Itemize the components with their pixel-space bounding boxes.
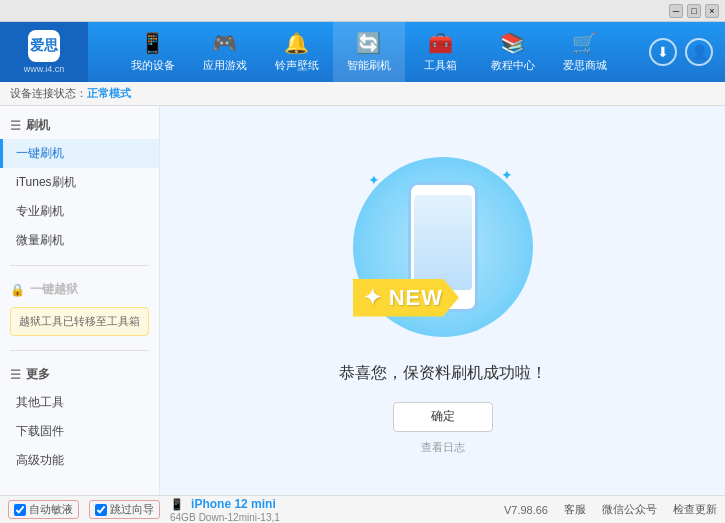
download-button[interactable]: ⬇ bbox=[649, 38, 677, 66]
sidebar: ☰ 刷机 一键刷机 iTunes刷机 专业刷机 微量刷机 🔒 一键越狱 bbox=[0, 106, 160, 495]
sidebar-jailbreak-section: 🔒 一键越狱 越狱工具已转移至工具箱 bbox=[0, 270, 159, 346]
bottom-checkboxes: 自动敏液 跳过向导 bbox=[8, 500, 160, 519]
sidebar-item-download-firmware[interactable]: 下载固件 bbox=[0, 417, 159, 446]
skip-wizard-input[interactable] bbox=[95, 504, 107, 516]
phone-screen bbox=[414, 195, 472, 290]
nav-toolbox-label: 工具箱 bbox=[424, 58, 457, 73]
nav-shop[interactable]: 🛒 爱思商城 bbox=[549, 22, 621, 82]
shop-icon: 🛒 bbox=[572, 31, 597, 55]
close-button[interactable]: × bbox=[705, 4, 719, 18]
bottom-right: V7.98.66 客服 微信公众号 检查更新 bbox=[504, 502, 717, 517]
jailbreak-notice: 越狱工具已转移至工具箱 bbox=[10, 307, 149, 336]
success-message: 恭喜您，保资料刷机成功啦！ bbox=[339, 363, 547, 384]
sparkle-topleft: ✦ bbox=[368, 172, 380, 188]
nav-right-buttons: ⬇ 👤 bbox=[649, 38, 725, 66]
more-section-header: ☰ 更多 bbox=[0, 361, 159, 388]
title-bar: ─ □ × bbox=[0, 0, 725, 22]
nav-ringtones[interactable]: 🔔 铃声壁纸 bbox=[261, 22, 333, 82]
sidebar-item-other-tools[interactable]: 其他工具 bbox=[0, 388, 159, 417]
nav-my-device[interactable]: 📱 我的设备 bbox=[117, 22, 189, 82]
device-system-text: Down-12mini-13,1 bbox=[199, 512, 280, 523]
main-nav: 📱 我的设备 🎮 应用游戏 🔔 铃声壁纸 🔄 智能刷机 🧰 工具箱 📚 教程中心… bbox=[88, 22, 649, 82]
sidebar-item-itunes-flash[interactable]: iTunes刷机 bbox=[0, 168, 159, 197]
window-controls[interactable]: ─ □ × bbox=[669, 4, 719, 18]
logo-symbol: 爱思 bbox=[30, 37, 58, 55]
sidebar-item-pro-flash[interactable]: 专业刷机 bbox=[0, 197, 159, 226]
header: 爱思 www.i4.cn 📱 我的设备 🎮 应用游戏 🔔 铃声壁纸 🔄 智能刷机… bbox=[0, 22, 725, 82]
toolbox-icon: 🧰 bbox=[428, 31, 453, 55]
sidebar-item-advanced[interactable]: 高级功能 bbox=[0, 446, 159, 475]
one-click-flash-label: 一键刷机 bbox=[16, 146, 64, 160]
bottom-bar: 自动敏液 跳过向导 📱 iPhone 12 mini 64GB Down-12m… bbox=[0, 495, 725, 523]
advanced-label: 高级功能 bbox=[16, 453, 64, 467]
skip-wizard-label: 跳过向导 bbox=[110, 502, 154, 517]
skip-wizard-checkbox[interactable]: 跳过向导 bbox=[89, 500, 160, 519]
jailbreak-lock-icon: 🔒 bbox=[10, 283, 25, 297]
device-name: iPhone 12 mini bbox=[191, 497, 276, 511]
other-tools-label: 其他工具 bbox=[16, 395, 64, 409]
minimize-button[interactable]: ─ bbox=[669, 4, 683, 18]
download-firmware-label: 下载固件 bbox=[16, 424, 64, 438]
device-icon: 📱 bbox=[170, 498, 184, 510]
nav-apps-games-label: 应用游戏 bbox=[203, 58, 247, 73]
sparkle-topright: ✦ bbox=[501, 167, 513, 183]
main-area: ☰ 刷机 一键刷机 iTunes刷机 专业刷机 微量刷机 🔒 一键越狱 bbox=[0, 106, 725, 495]
nav-toolbox[interactable]: 🧰 工具箱 bbox=[405, 22, 477, 82]
nav-apps-games[interactable]: 🎮 应用游戏 bbox=[189, 22, 261, 82]
sidebar-item-data-flash[interactable]: 微量刷机 bbox=[0, 226, 159, 255]
nav-tutorial-label: 教程中心 bbox=[491, 58, 535, 73]
pro-flash-label: 专业刷机 bbox=[16, 204, 64, 218]
tutorial-icon: 📚 bbox=[500, 31, 525, 55]
sidebar-item-one-click-flash[interactable]: 一键刷机 bbox=[0, 139, 159, 168]
sidebar-more-section: ☰ 更多 其他工具 下载固件 高级功能 bbox=[0, 355, 159, 481]
apps-games-icon: 🎮 bbox=[212, 31, 237, 55]
check-update-link[interactable]: 检查更新 bbox=[673, 502, 717, 517]
maximize-button[interactable]: □ bbox=[687, 4, 701, 18]
show-today-link[interactable]: 查看日志 bbox=[421, 440, 465, 455]
more-section-title: 更多 bbox=[26, 366, 50, 383]
auto-complete-checkbox[interactable]: 自动敏液 bbox=[8, 500, 79, 519]
device-info: 📱 iPhone 12 mini 64GB Down-12mini-13,1 bbox=[170, 497, 280, 523]
flash-section-title: 刷机 bbox=[26, 117, 50, 134]
content-area: ✦ ✦ ✦ NEW 恭喜您，保资料刷机成功啦！ 确定 查看日志 bbox=[160, 106, 725, 495]
confirm-btn-label: 确定 bbox=[431, 408, 455, 425]
status-label: 设备连接状态： bbox=[10, 86, 87, 101]
sidebar-divider-1 bbox=[10, 265, 149, 266]
nav-smart-flash[interactable]: 🔄 智能刷机 bbox=[333, 22, 405, 82]
ringtones-icon: 🔔 bbox=[284, 31, 309, 55]
nav-tutorial[interactable]: 📚 教程中心 bbox=[477, 22, 549, 82]
sidebar-flash-section: ☰ 刷机 一键刷机 iTunes刷机 专业刷机 微量刷机 bbox=[0, 106, 159, 261]
auto-complete-input[interactable] bbox=[14, 504, 26, 516]
nav-ringtones-label: 铃声壁纸 bbox=[275, 58, 319, 73]
logo-url: www.i4.cn bbox=[24, 64, 65, 74]
auto-complete-label: 自动敏液 bbox=[29, 502, 73, 517]
phone-illustration: ✦ ✦ ✦ NEW bbox=[343, 147, 543, 347]
device-storage: 64GB bbox=[170, 512, 196, 523]
flash-section-icon: ☰ bbox=[10, 119, 21, 133]
new-badge-text: NEW bbox=[389, 285, 443, 310]
confirm-button[interactable]: 确定 bbox=[393, 402, 493, 432]
status-value: 正常模式 bbox=[87, 86, 131, 101]
account-button[interactable]: 👤 bbox=[685, 38, 713, 66]
jailbreak-section-header: 🔒 一键越狱 bbox=[0, 276, 159, 303]
jailbreak-notice-text: 越狱工具已转移至工具箱 bbox=[19, 315, 140, 327]
data-flash-label: 微量刷机 bbox=[16, 233, 64, 247]
version-text: V7.98.66 bbox=[504, 504, 548, 516]
status-bar: 设备连接状态： 正常模式 bbox=[0, 82, 725, 106]
smart-flash-icon: 🔄 bbox=[356, 31, 381, 55]
logo: 爱思 www.i4.cn bbox=[0, 22, 88, 82]
nav-shop-label: 爱思商城 bbox=[563, 58, 607, 73]
more-section-icon: ☰ bbox=[10, 368, 21, 382]
support-link[interactable]: 客服 bbox=[564, 502, 586, 517]
new-banner: NEW bbox=[353, 279, 459, 317]
flash-section-header: ☰ 刷机 bbox=[0, 112, 159, 139]
wechat-link[interactable]: 微信公众号 bbox=[602, 502, 657, 517]
sidebar-divider-2 bbox=[10, 350, 149, 351]
my-device-icon: 📱 bbox=[140, 31, 165, 55]
itunes-flash-label: iTunes刷机 bbox=[16, 175, 76, 189]
nav-my-device-label: 我的设备 bbox=[131, 58, 175, 73]
logo-icon: 爱思 bbox=[28, 30, 60, 62]
nav-smart-flash-label: 智能刷机 bbox=[347, 58, 391, 73]
jailbreak-section-title: 一键越狱 bbox=[30, 281, 78, 298]
